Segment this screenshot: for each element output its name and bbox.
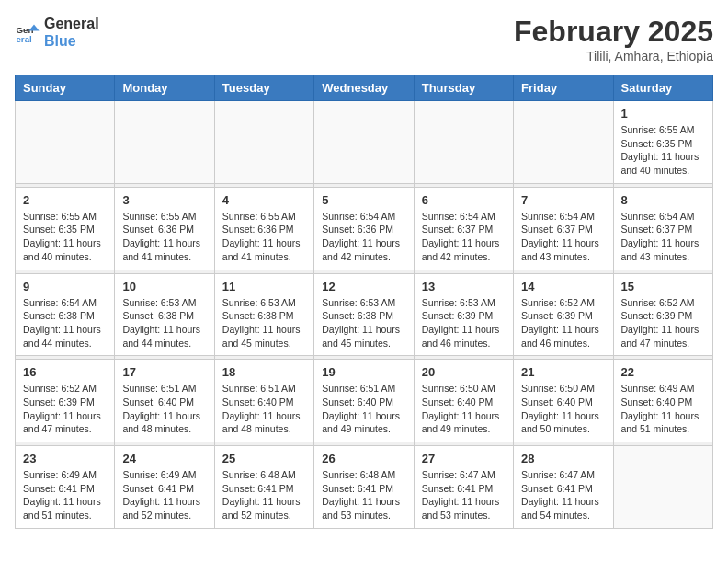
logo-icon: Gen eral xyxy=(15,19,40,45)
day-info: Sunrise: 6:54 AM Sunset: 6:37 PM Dayligh… xyxy=(621,210,705,264)
day-number: 14 xyxy=(521,280,605,293)
calendar-cell: 8Sunrise: 6:54 AM Sunset: 6:37 PM Daylig… xyxy=(613,187,712,270)
day-number: 6 xyxy=(422,193,506,207)
weekday-row: SundayMondayTuesdayWednesdayThursdayFrid… xyxy=(16,75,713,101)
day-number: 24 xyxy=(122,452,206,465)
day-info: Sunrise: 6:47 AM Sunset: 6:41 PM Dayligh… xyxy=(422,468,506,523)
calendar-cell xyxy=(214,101,313,184)
calendar-cell: 10Sunrise: 6:53 AM Sunset: 6:38 PM Dayli… xyxy=(115,273,214,356)
weekday-header-wednesday: Wednesday xyxy=(314,75,414,101)
day-info: Sunrise: 6:55 AM Sunset: 6:35 PM Dayligh… xyxy=(23,210,107,264)
day-info: Sunrise: 6:51 AM Sunset: 6:40 PM Dayligh… xyxy=(322,382,405,436)
day-number: 9 xyxy=(23,280,107,293)
day-info: Sunrise: 6:54 AM Sunset: 6:37 PM Dayligh… xyxy=(422,210,506,264)
day-number: 26 xyxy=(322,452,405,465)
day-info: Sunrise: 6:54 AM Sunset: 6:37 PM Dayligh… xyxy=(521,210,605,264)
calendar-cell: 5Sunrise: 6:54 AM Sunset: 6:36 PM Daylig… xyxy=(314,187,414,270)
calendar-cell: 24Sunrise: 6:49 AM Sunset: 6:41 PM Dayli… xyxy=(115,446,214,529)
calendar-cell: 19Sunrise: 6:51 AM Sunset: 6:40 PM Dayli… xyxy=(314,360,414,442)
day-number: 4 xyxy=(222,193,306,207)
day-info: Sunrise: 6:49 AM Sunset: 6:41 PM Dayligh… xyxy=(122,468,206,523)
calendar-cell xyxy=(314,101,414,184)
day-info: Sunrise: 6:48 AM Sunset: 6:41 PM Dayligh… xyxy=(222,468,306,523)
calendar-cell: 7Sunrise: 6:54 AM Sunset: 6:37 PM Daylig… xyxy=(514,187,613,270)
day-info: Sunrise: 6:50 AM Sunset: 6:40 PM Dayligh… xyxy=(521,382,605,436)
day-number: 28 xyxy=(521,452,605,465)
day-info: Sunrise: 6:55 AM Sunset: 6:36 PM Dayligh… xyxy=(122,210,206,264)
calendar-week-0: 1Sunrise: 6:55 AM Sunset: 6:35 PM Daylig… xyxy=(16,101,713,184)
day-info: Sunrise: 6:55 AM Sunset: 6:36 PM Dayligh… xyxy=(222,210,306,264)
page-header: Gen eral General Blue February 2025 Tili… xyxy=(15,15,713,63)
weekday-header-sunday: Sunday xyxy=(16,75,115,101)
day-number: 8 xyxy=(621,193,705,207)
day-info: Sunrise: 6:47 AM Sunset: 6:41 PM Dayligh… xyxy=(521,468,605,523)
day-number: 16 xyxy=(23,365,107,379)
day-number: 20 xyxy=(422,365,506,379)
day-info: Sunrise: 6:49 AM Sunset: 6:41 PM Dayligh… xyxy=(23,468,107,523)
day-number: 22 xyxy=(621,365,705,379)
calendar-cell: 25Sunrise: 6:48 AM Sunset: 6:41 PM Dayli… xyxy=(214,446,313,529)
day-number: 17 xyxy=(122,365,206,379)
day-number: 13 xyxy=(422,280,506,293)
calendar-cell: 27Sunrise: 6:47 AM Sunset: 6:41 PM Dayli… xyxy=(414,446,513,529)
day-number: 27 xyxy=(422,452,506,465)
calendar-cell: 18Sunrise: 6:51 AM Sunset: 6:40 PM Dayli… xyxy=(214,360,313,442)
calendar-cell: 4Sunrise: 6:55 AM Sunset: 6:36 PM Daylig… xyxy=(214,187,313,270)
day-info: Sunrise: 6:52 AM Sunset: 6:39 PM Dayligh… xyxy=(521,296,605,350)
day-info: Sunrise: 6:54 AM Sunset: 6:38 PM Dayligh… xyxy=(23,296,107,350)
calendar-cell: 3Sunrise: 6:55 AM Sunset: 6:36 PM Daylig… xyxy=(115,187,214,270)
svg-text:eral: eral xyxy=(16,34,32,44)
day-info: Sunrise: 6:50 AM Sunset: 6:40 PM Dayligh… xyxy=(422,382,506,436)
logo: Gen eral General Blue xyxy=(15,15,99,50)
title-area: February 2025 Tilili, Amhara, Ethiopia xyxy=(514,15,713,63)
day-number: 2 xyxy=(23,193,107,207)
day-info: Sunrise: 6:53 AM Sunset: 6:38 PM Dayligh… xyxy=(222,296,306,350)
calendar-cell xyxy=(414,101,513,184)
day-info: Sunrise: 6:52 AM Sunset: 6:39 PM Dayligh… xyxy=(23,382,107,436)
calendar-cell: 13Sunrise: 6:53 AM Sunset: 6:39 PM Dayli… xyxy=(414,273,513,356)
calendar-week-2: 9Sunrise: 6:54 AM Sunset: 6:38 PM Daylig… xyxy=(16,273,713,356)
day-number: 18 xyxy=(222,365,306,379)
day-info: Sunrise: 6:52 AM Sunset: 6:39 PM Dayligh… xyxy=(621,296,705,350)
calendar-cell: 11Sunrise: 6:53 AM Sunset: 6:38 PM Dayli… xyxy=(214,273,313,356)
weekday-header-monday: Monday xyxy=(115,75,214,101)
day-number: 3 xyxy=(122,193,206,207)
calendar-body: 1Sunrise: 6:55 AM Sunset: 6:35 PM Daylig… xyxy=(16,101,713,529)
day-info: Sunrise: 6:49 AM Sunset: 6:40 PM Dayligh… xyxy=(621,382,705,436)
day-number: 23 xyxy=(23,452,107,465)
calendar-cell xyxy=(613,446,712,529)
calendar-cell: 6Sunrise: 6:54 AM Sunset: 6:37 PM Daylig… xyxy=(414,187,513,270)
calendar-cell: 9Sunrise: 6:54 AM Sunset: 6:38 PM Daylig… xyxy=(16,273,115,356)
calendar-week-3: 16Sunrise: 6:52 AM Sunset: 6:39 PM Dayli… xyxy=(16,360,713,442)
location-title: Tilili, Amhara, Ethiopia xyxy=(514,49,713,63)
day-info: Sunrise: 6:51 AM Sunset: 6:40 PM Dayligh… xyxy=(122,382,206,436)
calendar-cell xyxy=(514,101,613,184)
calendar: SundayMondayTuesdayWednesdayThursdayFrid… xyxy=(15,75,713,529)
calendar-cell: 22Sunrise: 6:49 AM Sunset: 6:40 PM Dayli… xyxy=(613,360,712,442)
day-info: Sunrise: 6:51 AM Sunset: 6:40 PM Dayligh… xyxy=(222,382,306,436)
day-info: Sunrise: 6:53 AM Sunset: 6:39 PM Dayligh… xyxy=(422,296,506,350)
calendar-header: SundayMondayTuesdayWednesdayThursdayFrid… xyxy=(16,75,713,101)
calendar-cell: 28Sunrise: 6:47 AM Sunset: 6:41 PM Dayli… xyxy=(514,446,613,529)
calendar-cell: 20Sunrise: 6:50 AM Sunset: 6:40 PM Dayli… xyxy=(414,360,513,442)
calendar-cell: 12Sunrise: 6:53 AM Sunset: 6:38 PM Dayli… xyxy=(314,273,414,356)
weekday-header-friday: Friday xyxy=(514,75,613,101)
calendar-cell: 14Sunrise: 6:52 AM Sunset: 6:39 PM Dayli… xyxy=(514,273,613,356)
day-number: 1 xyxy=(621,107,705,121)
calendar-cell: 2Sunrise: 6:55 AM Sunset: 6:35 PM Daylig… xyxy=(16,187,115,270)
day-number: 10 xyxy=(122,280,206,293)
calendar-cell: 15Sunrise: 6:52 AM Sunset: 6:39 PM Dayli… xyxy=(613,273,712,356)
logo-text: General Blue xyxy=(44,15,99,50)
day-number: 7 xyxy=(521,193,605,207)
weekday-header-tuesday: Tuesday xyxy=(214,75,313,101)
calendar-cell: 26Sunrise: 6:48 AM Sunset: 6:41 PM Dayli… xyxy=(314,446,414,529)
calendar-cell: 16Sunrise: 6:52 AM Sunset: 6:39 PM Dayli… xyxy=(16,360,115,442)
calendar-week-1: 2Sunrise: 6:55 AM Sunset: 6:35 PM Daylig… xyxy=(16,187,713,270)
day-number: 12 xyxy=(322,280,405,293)
calendar-cell xyxy=(16,101,115,184)
day-info: Sunrise: 6:53 AM Sunset: 6:38 PM Dayligh… xyxy=(122,296,206,350)
weekday-header-saturday: Saturday xyxy=(613,75,712,101)
calendar-week-4: 23Sunrise: 6:49 AM Sunset: 6:41 PM Dayli… xyxy=(16,446,713,529)
day-info: Sunrise: 6:53 AM Sunset: 6:38 PM Dayligh… xyxy=(322,296,405,350)
weekday-header-thursday: Thursday xyxy=(414,75,513,101)
